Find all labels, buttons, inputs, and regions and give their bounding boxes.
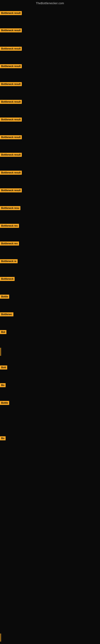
bottleneck-badge: Bot (0, 330, 6, 334)
bottleneck-badge: Bottleneck resu (0, 206, 20, 210)
bottleneck-badge: Bo (0, 436, 6, 440)
bottleneck-badge: Bottleneck result (0, 82, 22, 86)
bottleneck-result-item: Bo (0, 383, 6, 388)
bottleneck-badge: Bottleneck result (0, 100, 22, 104)
bottleneck-result-item: Bottleneck result (0, 64, 22, 69)
bottleneck-result-item: Bottleneck result (0, 100, 22, 105)
bottleneck-result-item: Bottleneck res (0, 224, 19, 228)
bottleneck-badge: Bott (0, 366, 7, 370)
bottleneck-badge: Bottleneck result (0, 153, 22, 157)
bottleneck-badge: Bottle (0, 295, 9, 299)
bottleneck-result-item: Bottleneck result (0, 11, 22, 16)
bottleneck-badge: Bottleneck res (0, 224, 19, 228)
bottleneck-badge: Bottleneck res (0, 242, 19, 246)
bottleneck-result-item: Bott (0, 366, 7, 370)
bottleneck-result-item: Bottleneck result (0, 118, 22, 122)
bottleneck-result-item: Bottleneck res (0, 242, 19, 246)
bottleneck-badge: Bottle (0, 401, 9, 405)
bottleneck-badge: Bottleneck result (0, 188, 22, 192)
bottleneck-badge: Bo (0, 383, 6, 387)
bottleneck-badge: Bottleneck result (0, 28, 22, 32)
bottleneck-result-item: Bottleneck result (0, 82, 22, 87)
bottleneck-result-item: Bottleneck re (0, 259, 18, 264)
bottleneck-result-item: Bottleneck (0, 277, 15, 282)
bottleneck-badge: Bottleneck result (0, 11, 22, 15)
bottleneck-result-item: Bot (0, 330, 6, 335)
bottleneck-badge: Bottlenec (0, 312, 13, 316)
site-title: TheBottlenecker.com (0, 0, 100, 6)
bottleneck-badge: Bottleneck result (0, 135, 22, 139)
bottleneck-badge: Bottleneck result (0, 118, 22, 122)
vertical-indicator (0, 348, 1, 356)
bottleneck-result-item: Bottle (0, 295, 9, 300)
bottleneck-badge: Bottleneck re (0, 259, 18, 263)
bottleneck-result-item: Bottleneck result (0, 171, 22, 176)
bottleneck-result-item: Bottleneck result (0, 28, 22, 33)
bottleneck-result-item: Bottleneck result (0, 188, 22, 193)
bottleneck-result-item: Bottle (0, 401, 9, 406)
bottleneck-badge: Bottleneck (0, 277, 15, 281)
bottleneck-result-item: Bottleneck result (0, 135, 22, 140)
bottleneck-result-item: Bottleneck result (0, 153, 22, 158)
bottleneck-badge: Bottleneck result (0, 171, 22, 175)
bottleneck-badge: Bottleneck result (0, 47, 22, 51)
bottleneck-result-item: Bottleneck resu (0, 206, 20, 211)
vertical-indicator (0, 634, 1, 642)
bottleneck-result-item: Bo (0, 436, 6, 441)
bottleneck-result-item: Bottlenec (0, 312, 13, 317)
bottleneck-badge: Bottleneck result (0, 64, 22, 68)
bottleneck-result-item: Bottleneck result (0, 47, 22, 52)
